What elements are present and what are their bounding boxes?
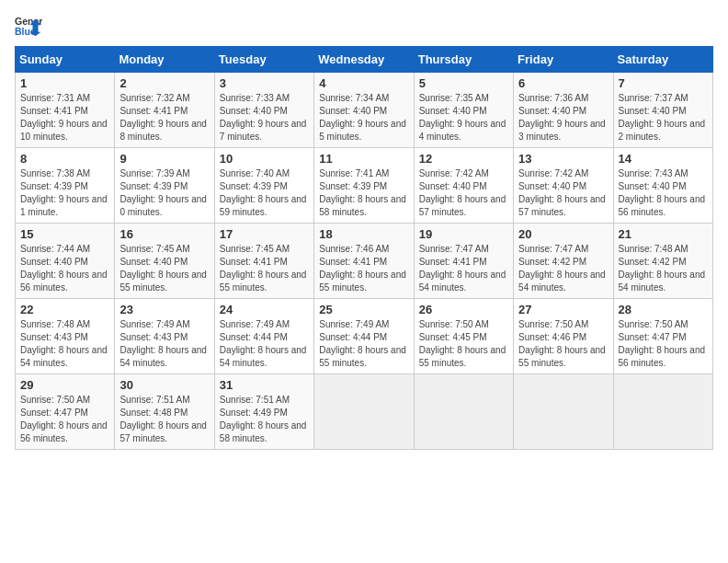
header-friday: Friday — [514, 47, 613, 73]
day-number: 18 — [319, 227, 408, 241]
day-number: 14 — [619, 152, 708, 166]
day-detail: Sunrise: 7:51 AM Sunset: 4:48 PM Dayligh… — [119, 394, 209, 445]
day-number: 24 — [220, 303, 309, 316]
day-number: 1 — [20, 76, 109, 90]
calendar-cell: 20 Sunrise: 7:47 AM Sunset: 4:42 PM Dayl… — [514, 224, 613, 299]
day-number: 9 — [119, 152, 209, 166]
calendar-cell: 23 Sunrise: 7:49 AM Sunset: 4:43 PM Dayl… — [115, 299, 214, 374]
day-detail: Sunrise: 7:51 AM Sunset: 4:49 PM Dayligh… — [220, 394, 309, 445]
day-detail: Sunrise: 7:50 AM Sunset: 4:46 PM Dayligh… — [518, 318, 608, 370]
header-wednesday: Wednesday — [314, 47, 414, 73]
calendar-cell: 7 Sunrise: 7:37 AM Sunset: 4:40 PM Dayli… — [613, 73, 712, 148]
day-number: 30 — [119, 378, 209, 392]
day-detail: Sunrise: 7:49 AM Sunset: 4:43 PM Dayligh… — [119, 318, 209, 370]
day-number: 19 — [419, 227, 508, 241]
day-number: 12 — [419, 152, 508, 166]
calendar-cell: 19 Sunrise: 7:47 AM Sunset: 4:41 PM Dayl… — [414, 224, 513, 299]
day-detail: Sunrise: 7:48 AM Sunset: 4:42 PM Dayligh… — [619, 243, 708, 294]
day-detail: Sunrise: 7:40 AM Sunset: 4:39 PM Dayligh… — [220, 167, 309, 219]
day-number: 29 — [20, 378, 109, 392]
day-detail: Sunrise: 7:49 AM Sunset: 4:44 PM Dayligh… — [220, 318, 309, 370]
calendar-cell: 4 Sunrise: 7:34 AM Sunset: 4:40 PM Dayli… — [314, 73, 414, 148]
day-detail: Sunrise: 7:46 AM Sunset: 4:41 PM Dayligh… — [319, 243, 408, 294]
week-row-4: 22 Sunrise: 7:48 AM Sunset: 4:43 PM Dayl… — [16, 299, 713, 374]
calendar-cell — [314, 374, 414, 450]
header-monday: Monday — [115, 47, 214, 73]
calendar-cell: 13 Sunrise: 7:42 AM Sunset: 4:40 PM Dayl… — [514, 148, 613, 224]
svg-text:Blue: Blue — [15, 26, 36, 37]
calendar-cell: 11 Sunrise: 7:41 AM Sunset: 4:39 PM Dayl… — [314, 148, 414, 224]
calendar-cell: 18 Sunrise: 7:46 AM Sunset: 4:41 PM Dayl… — [314, 224, 414, 299]
day-detail: Sunrise: 7:32 AM Sunset: 4:41 PM Dayligh… — [119, 92, 209, 144]
calendar-table: SundayMondayTuesdayWednesdayThursdayFrid… — [15, 46, 713, 450]
day-number: 21 — [619, 227, 708, 241]
calendar-cell: 6 Sunrise: 7:36 AM Sunset: 4:40 PM Dayli… — [514, 73, 613, 148]
day-number: 3 — [220, 76, 309, 90]
day-detail: Sunrise: 7:48 AM Sunset: 4:43 PM Dayligh… — [20, 318, 109, 370]
calendar-cell — [613, 374, 712, 450]
day-detail: Sunrise: 7:33 AM Sunset: 4:40 PM Dayligh… — [220, 92, 309, 144]
calendar-cell: 24 Sunrise: 7:49 AM Sunset: 4:44 PM Dayl… — [214, 299, 313, 374]
day-number: 16 — [119, 227, 209, 241]
calendar-cell: 17 Sunrise: 7:45 AM Sunset: 4:41 PM Dayl… — [214, 224, 313, 299]
day-number: 28 — [619, 303, 708, 316]
header-tuesday: Tuesday — [214, 47, 313, 73]
calendar-cell — [414, 374, 513, 450]
calendar-cell: 21 Sunrise: 7:48 AM Sunset: 4:42 PM Dayl… — [613, 224, 712, 299]
day-detail: Sunrise: 7:34 AM Sunset: 4:40 PM Dayligh… — [319, 92, 408, 144]
day-detail: Sunrise: 7:45 AM Sunset: 4:41 PM Dayligh… — [220, 243, 309, 294]
day-detail: Sunrise: 7:36 AM Sunset: 4:40 PM Dayligh… — [518, 92, 608, 144]
day-detail: Sunrise: 7:50 AM Sunset: 4:47 PM Dayligh… — [619, 318, 708, 370]
day-number: 4 — [319, 76, 408, 90]
day-number: 15 — [20, 227, 109, 241]
day-number: 8 — [20, 152, 109, 166]
day-number: 25 — [319, 303, 408, 316]
logo-icon: General Blue — [15, 15, 42, 37]
day-number: 23 — [119, 303, 209, 316]
calendar-cell: 2 Sunrise: 7:32 AM Sunset: 4:41 PM Dayli… — [115, 73, 214, 148]
calendar-cell: 16 Sunrise: 7:45 AM Sunset: 4:40 PM Dayl… — [115, 224, 214, 299]
calendar-cell: 10 Sunrise: 7:40 AM Sunset: 4:39 PM Dayl… — [214, 148, 313, 224]
day-detail: Sunrise: 7:31 AM Sunset: 4:41 PM Dayligh… — [20, 92, 109, 144]
calendar-cell: 30 Sunrise: 7:51 AM Sunset: 4:48 PM Dayl… — [115, 374, 214, 450]
calendar-cell: 12 Sunrise: 7:42 AM Sunset: 4:40 PM Dayl… — [414, 148, 513, 224]
calendar-cell: 8 Sunrise: 7:38 AM Sunset: 4:39 PM Dayli… — [16, 148, 115, 224]
weekday-header-row: SundayMondayTuesdayWednesdayThursdayFrid… — [16, 47, 713, 73]
day-detail: Sunrise: 7:44 AM Sunset: 4:40 PM Dayligh… — [20, 243, 109, 294]
day-number: 13 — [518, 152, 608, 166]
week-row-1: 1 Sunrise: 7:31 AM Sunset: 4:41 PM Dayli… — [16, 73, 713, 148]
day-number: 17 — [220, 227, 309, 241]
calendar-cell: 9 Sunrise: 7:39 AM Sunset: 4:39 PM Dayli… — [115, 148, 214, 224]
day-number: 26 — [419, 303, 508, 316]
day-detail: Sunrise: 7:45 AM Sunset: 4:40 PM Dayligh… — [119, 243, 209, 294]
day-detail: Sunrise: 7:41 AM Sunset: 4:39 PM Dayligh… — [319, 167, 408, 219]
calendar-cell: 25 Sunrise: 7:49 AM Sunset: 4:44 PM Dayl… — [314, 299, 414, 374]
calendar-cell: 22 Sunrise: 7:48 AM Sunset: 4:43 PM Dayl… — [16, 299, 115, 374]
calendar-cell: 29 Sunrise: 7:50 AM Sunset: 4:47 PM Dayl… — [16, 374, 115, 450]
day-detail: Sunrise: 7:42 AM Sunset: 4:40 PM Dayligh… — [518, 167, 608, 219]
calendar-cell — [514, 374, 613, 450]
calendar-cell: 5 Sunrise: 7:35 AM Sunset: 4:40 PM Dayli… — [414, 73, 513, 148]
calendar-cell: 3 Sunrise: 7:33 AM Sunset: 4:40 PM Dayli… — [214, 73, 313, 148]
calendar-cell: 1 Sunrise: 7:31 AM Sunset: 4:41 PM Dayli… — [16, 73, 115, 148]
day-number: 31 — [220, 378, 309, 392]
header: General Blue — [15, 15, 713, 37]
day-detail: Sunrise: 7:35 AM Sunset: 4:40 PM Dayligh… — [419, 92, 508, 144]
calendar-cell: 26 Sunrise: 7:50 AM Sunset: 4:45 PM Dayl… — [414, 299, 513, 374]
day-detail: Sunrise: 7:47 AM Sunset: 4:42 PM Dayligh… — [518, 243, 608, 294]
day-number: 11 — [319, 152, 408, 166]
calendar-cell: 27 Sunrise: 7:50 AM Sunset: 4:46 PM Dayl… — [514, 299, 613, 374]
day-number: 22 — [20, 303, 109, 316]
logo: General Blue — [15, 15, 42, 37]
day-number: 20 — [518, 227, 608, 241]
calendar-cell: 15 Sunrise: 7:44 AM Sunset: 4:40 PM Dayl… — [16, 224, 115, 299]
day-number: 2 — [119, 76, 209, 90]
day-detail: Sunrise: 7:50 AM Sunset: 4:47 PM Dayligh… — [20, 394, 109, 445]
header-sunday: Sunday — [16, 47, 115, 73]
calendar-cell: 31 Sunrise: 7:51 AM Sunset: 4:49 PM Dayl… — [214, 374, 313, 450]
day-number: 27 — [518, 303, 608, 316]
day-number: 6 — [518, 76, 608, 90]
header-saturday: Saturday — [613, 47, 712, 73]
day-number: 7 — [619, 76, 708, 90]
calendar-cell: 28 Sunrise: 7:50 AM Sunset: 4:47 PM Dayl… — [613, 299, 712, 374]
